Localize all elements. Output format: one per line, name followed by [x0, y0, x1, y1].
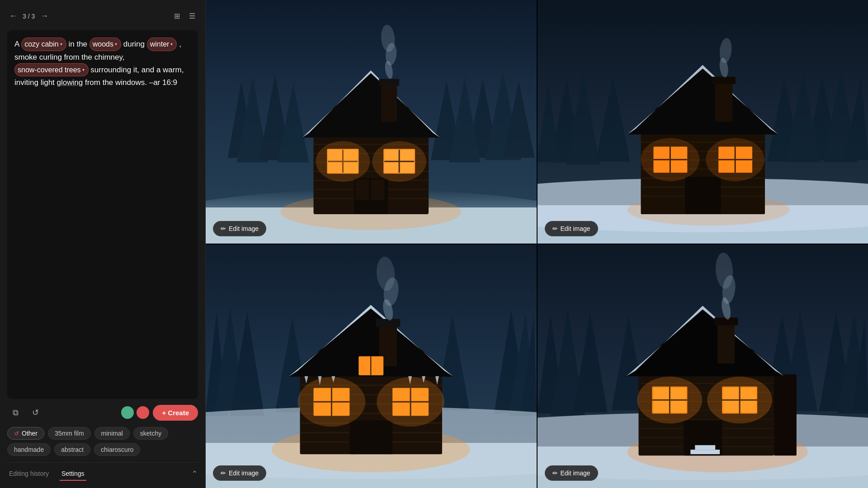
- chip-cabin[interactable]: cozy cabin ▾: [21, 38, 66, 51]
- svg-point-77: [706, 138, 764, 181]
- edit-icon-3: ✏: [221, 469, 226, 477]
- svg-rect-121: [349, 420, 392, 454]
- chip-trees-label: snow-covered trees: [18, 64, 81, 76]
- chip-winter[interactable]: winter ▾: [147, 38, 177, 51]
- image-cell-2: ✏ Edit image: [538, 0, 868, 244]
- svg-rect-39: [371, 179, 384, 200]
- right-action-group: + Create: [121, 405, 198, 421]
- style-chip-chiaroscuro-label: chiaroscuro: [101, 446, 133, 453]
- svg-point-123: [377, 377, 444, 427]
- edit-image-button-1[interactable]: ✏ Edit image: [213, 221, 266, 236]
- avatar-red: [137, 406, 149, 419]
- style-chip-35mm[interactable]: 35mm film: [48, 427, 91, 440]
- image-cell-1: ✏ Edit image: [206, 0, 537, 244]
- chip-woods-label: woods: [93, 38, 113, 50]
- tab-editing-history[interactable]: Editing history: [7, 467, 51, 481]
- svg-rect-65: [715, 79, 732, 122]
- svg-point-122: [298, 377, 366, 427]
- svg-rect-167: [695, 445, 715, 450]
- style-chip-other[interactable]: ↺ Other: [7, 427, 44, 440]
- style-chip-handmade[interactable]: handmade: [7, 443, 51, 456]
- style-chip-35mm-label: 35mm film: [55, 430, 84, 437]
- edit-icon-1: ✏: [221, 225, 226, 232]
- svg-point-76: [641, 138, 699, 181]
- prompt-text-during: during: [123, 40, 147, 48]
- nav-icons: ⊞ ☰: [171, 9, 198, 23]
- svg-rect-109: [376, 319, 400, 327]
- edit-image-label-1: Edit image: [229, 225, 259, 232]
- tab-settings[interactable]: Settings: [60, 467, 86, 481]
- image-grid: ✏ Edit image: [206, 0, 868, 488]
- svg-rect-24: [379, 79, 399, 86]
- edit-image-button-4[interactable]: ✏ Edit image: [545, 465, 598, 481]
- cabin-illustration-1: [206, 0, 537, 244]
- left-panel: ← 3 / 3 → ⊞ ☰ A cozy cabin ▾ in the wood…: [0, 0, 206, 488]
- chip-trees-chevron: ▾: [82, 66, 85, 74]
- image-cell-4: ✏ Edit image: [538, 244, 868, 488]
- style-chip-sketchy[interactable]: sketchy: [133, 427, 168, 440]
- edit-icon-4: ✏: [552, 469, 558, 477]
- prev-button[interactable]: ←: [7, 9, 19, 23]
- style-chips: ↺ Other 35mm film minimal sketchy handma…: [7, 425, 198, 458]
- prompt-area: A cozy cabin ▾ in the woods ▾ during win…: [7, 30, 198, 399]
- edit-icon-2: ✏: [552, 225, 558, 232]
- edit-image-label-2: Edit image: [561, 225, 590, 232]
- style-chip-minimal-label: minimal: [101, 430, 123, 437]
- svg-rect-75: [685, 177, 721, 214]
- cabin-illustration-2: [538, 0, 868, 244]
- refresh-icon: ↺: [14, 430, 19, 437]
- chip-winter-label: winter: [150, 38, 170, 50]
- svg-rect-150: [717, 320, 735, 364]
- page-indicator: 3 / 3: [23, 13, 35, 20]
- tabs-row: Editing history Settings ⌃: [7, 462, 198, 481]
- list-view-button[interactable]: ☰: [186, 9, 198, 23]
- create-button[interactable]: + Create: [153, 405, 198, 421]
- svg-rect-38: [355, 179, 369, 200]
- nav-arrows: ← 3 / 3 →: [7, 9, 50, 23]
- chevron-up-button[interactable]: ⌃: [191, 469, 198, 479]
- bottom-controls: ⧉ ↺ + Create ↺ Other 35mm film minimal: [7, 404, 198, 481]
- svg-rect-66: [712, 77, 736, 84]
- left-action-icons: ⧉ ↺: [7, 404, 43, 421]
- svg-rect-166: [690, 450, 720, 454]
- prompt-text-1: in the: [68, 40, 89, 48]
- chip-winter-chevron: ▾: [170, 41, 173, 48]
- prompt-highlight-glowing: glowing: [57, 78, 83, 87]
- style-chip-chiaroscuro[interactable]: chiaroscuro: [94, 443, 140, 456]
- chip-cabin-label: cozy cabin: [24, 38, 59, 50]
- style-chip-handmade-label: handmade: [14, 446, 44, 453]
- action-row: ⧉ ↺ + Create: [7, 404, 198, 421]
- chip-woods-chevron: ▾: [115, 41, 117, 48]
- avatar-row: [121, 406, 149, 419]
- style-chip-abstract-label: abstract: [61, 446, 84, 453]
- image-cell-3: ✏ Edit image: [206, 244, 537, 488]
- prompt-text-5: from the windows. –ar 16:9: [85, 78, 177, 87]
- edit-image-button-3[interactable]: ✏ Edit image: [213, 465, 266, 481]
- chip-cabin-chevron: ▾: [60, 41, 62, 48]
- edit-image-button-2[interactable]: ✏ Edit image: [545, 221, 598, 236]
- svg-point-164: [637, 376, 702, 423]
- svg-rect-23: [381, 81, 397, 122]
- prompt-prefix: A: [14, 40, 21, 48]
- cabin-illustration-4: [538, 244, 868, 488]
- next-button[interactable]: →: [38, 9, 50, 23]
- style-chip-minimal[interactable]: minimal: [94, 427, 130, 440]
- cabin-illustration-3: [206, 244, 537, 488]
- edit-image-label-3: Edit image: [229, 469, 259, 477]
- style-chip-abstract[interactable]: abstract: [54, 443, 90, 456]
- grid-view-button[interactable]: ⊞: [171, 9, 183, 23]
- tabs-group: Editing history Settings: [7, 467, 86, 481]
- svg-point-40: [316, 141, 370, 182]
- style-chip-sketchy-label: sketchy: [140, 430, 161, 437]
- chip-woods[interactable]: woods ▾: [90, 38, 121, 51]
- svg-point-165: [707, 376, 772, 423]
- edit-image-label-4: Edit image: [561, 469, 590, 477]
- copy-button[interactable]: ⧉: [7, 404, 24, 421]
- style-chip-other-label: Other: [22, 430, 38, 437]
- svg-point-41: [372, 141, 426, 182]
- chip-trees[interactable]: snow-covered trees ▾: [14, 63, 89, 77]
- nav-bar: ← 3 / 3 → ⊞ ☰: [7, 7, 198, 25]
- prompt-text: A cozy cabin ▾ in the woods ▾ during win…: [14, 38, 191, 89]
- refresh-button[interactable]: ↺: [27, 404, 43, 421]
- svg-rect-138: [774, 374, 796, 455]
